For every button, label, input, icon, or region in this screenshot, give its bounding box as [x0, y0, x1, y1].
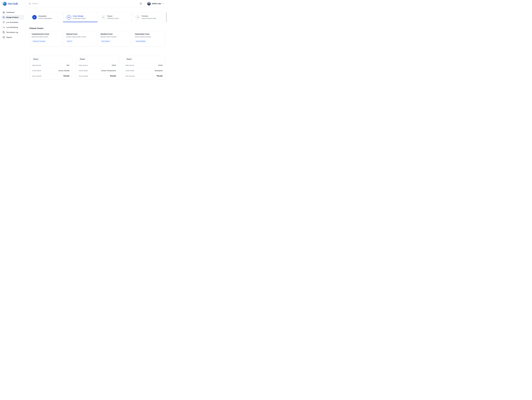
phase-card-1: Phase1 Data Source IMD Cover Name Excess… — [29, 56, 72, 80]
row-label: Data Source — [79, 64, 88, 66]
sidebar-item-label: Reports — [6, 36, 12, 38]
step-geography[interactable]: Geography Define Geographies — [30, 12, 62, 22]
home-icon — [3, 11, 5, 13]
row-value: ₹20,000 — [63, 75, 69, 77]
phase-row-data-source: Data Source ERA5 — [79, 63, 116, 68]
sidebar-item-label: Termsheets Log — [6, 31, 18, 33]
sidebar-item-loss-monitoring[interactable]: Loss Monitoring — [1, 25, 24, 30]
phase-row-cover-name: Cover Name Excess Rainfall — [32, 68, 69, 73]
sidebar-item-reports[interactable]: Reports — [1, 35, 24, 40]
phase-header: Phase1 — [30, 56, 72, 63]
phase-row-sum-insured: Sum Insured ₹40,000 — [79, 73, 116, 79]
phase-row-sum-insured: Sum Insured ₹50,000 — [126, 73, 163, 79]
design-icon — [3, 16, 5, 19]
row-label: Data Source — [32, 64, 41, 66]
cover-cards-row: Comprehensive Cover Multi Peril Index Co… — [29, 31, 165, 47]
cover-title: Standard Cover — [101, 33, 128, 35]
search-input[interactable] — [32, 3, 66, 5]
cover-card-comprehensive[interactable]: Comprehensive Cover Multi Peril Index Co… — [29, 31, 62, 47]
step-separator-icon — [97, 12, 98, 22]
brand-name: inrisk — [8, 2, 18, 6]
cover-card-standard[interactable]: Standard Cover Standar Index Products Mo… — [98, 31, 131, 47]
step-premium[interactable]: 04 Premium Gross Premium Rate — [133, 12, 165, 22]
phase-badge: Phase3 — [125, 57, 133, 61]
row-label: Sum Insured — [126, 75, 134, 77]
step-cover-design[interactable]: 02 Cover Design Customise Product — [64, 12, 97, 22]
step-title: Payout — [107, 15, 119, 17]
phase-badge: Phase2 — [79, 57, 86, 61]
row-value: Excess Rainfall — [58, 70, 69, 71]
cover-subtitle: Standar Index Products — [101, 36, 128, 38]
sidebar-item-label: Design Product — [6, 16, 19, 18]
cover-badge: Most Affordable — [135, 40, 147, 43]
step-title: Premium — [142, 15, 156, 17]
row-value: ₹50,000 — [157, 75, 163, 77]
cover-badge: Maximum Coverage — [32, 40, 46, 43]
search-icon — [29, 3, 31, 5]
phase-row-data-source: Data Source ERA5 — [126, 63, 163, 68]
documents-icon — [3, 31, 5, 33]
row-label: Sum Insured — [32, 75, 41, 77]
cover-badge: Best Fit — [66, 40, 73, 43]
step-payout[interactable]: 03 Payout Historical Losses — [98, 12, 131, 22]
main-area: InRisk Labs Geography Define Geographies — [25, 0, 167, 86]
phase-rows: Data Source ERA5 Cover Name Surface Temp… — [76, 63, 119, 79]
row-value: Windspeed — [155, 70, 163, 71]
account-menu[interactable]: InRisk Labs — [147, 2, 164, 6]
sidebar-item-termsheets-log[interactable]: Termsheets Log — [1, 30, 24, 35]
phase-card-3: Phase3 Data Source ERA5 Cover Name Winds… — [123, 56, 165, 80]
row-label: Cover Name — [79, 70, 88, 71]
step-separator-icon — [131, 12, 133, 22]
cover-card-tailored[interactable]: Tailored Cover Custom Payout Index Cover… — [64, 31, 96, 47]
cover-card-catastrophe[interactable]: Catastrophe Cover Covers Extreme Events … — [133, 31, 165, 47]
phase-header: Phase2 — [76, 56, 119, 63]
cover-badge: Most Popular — [101, 40, 111, 43]
content-area: Choose Covers Comprehensive Cover Multi … — [25, 27, 167, 80]
pie-chart-icon — [3, 36, 5, 38]
row-value: ERA5 — [158, 64, 163, 66]
cover-subtitle: Covers Extreme Events — [135, 36, 163, 38]
refresh-icon — [3, 21, 5, 23]
phase-header: Phase3 — [123, 56, 165, 63]
sidebar-item-design-product[interactable]: Design Product — [1, 15, 24, 20]
step-complete-circle — [32, 15, 37, 19]
sidebar-item-dashboard[interactable]: Dashboard — [1, 10, 24, 15]
sidebar-item-label: Dashboard — [6, 11, 14, 13]
phase-badge: Phase1 — [32, 57, 40, 61]
phase-rows: Data Source ERA5 Cover Name Windspeed Su… — [123, 63, 165, 79]
account-name: InRisk Labs — [152, 3, 161, 5]
row-value: Surface Temperature — [101, 70, 116, 71]
check-icon — [33, 16, 36, 18]
chevron-down-icon — [162, 3, 164, 5]
step-number-circle: 04 — [136, 15, 140, 19]
step-subtitle: Customise Product — [73, 18, 86, 19]
phase-row-cover-name: Cover Name Windspeed — [126, 68, 163, 73]
phase-cards-row: Phase1 Data Source IMD Cover Name Excess… — [29, 56, 165, 80]
step-number-circle: 02 — [67, 15, 71, 19]
sidebar-item-live-termsheets[interactable]: Live Termsheets — [1, 20, 24, 25]
step-separator-icon — [62, 12, 64, 22]
step-subtitle: Gross Premium Rate — [142, 18, 156, 19]
scrollbar-thumb[interactable] — [166, 12, 167, 22]
step-number-circle: 03 — [101, 15, 106, 19]
brand-logo[interactable]: inrisk — [0, 0, 25, 6]
topbar: InRisk Labs — [25, 0, 167, 7]
app-window: inrisk Dashboard Design Product Live Ter… — [0, 0, 167, 86]
wizard-stepper: Geography Define Geographies 02 Cover De… — [29, 12, 165, 22]
trend-down-icon — [3, 26, 5, 28]
choose-covers-heading: Choose Covers — [29, 27, 165, 30]
cover-subtitle: Custom Payout Index Covers — [66, 36, 94, 38]
bell-icon[interactable] — [140, 2, 142, 5]
row-value: IMD — [66, 64, 70, 66]
step-title: Cover Design — [73, 15, 86, 17]
sidebar: inrisk Dashboard Design Product Live Ter… — [0, 0, 25, 86]
sidebar-item-label: Live Termsheets — [6, 21, 18, 23]
avatar — [147, 2, 151, 6]
step-subtitle: Historical Losses — [107, 18, 119, 19]
cover-title: Catastrophe Cover — [135, 33, 163, 35]
row-label: Cover Name — [126, 70, 134, 71]
sidebar-item-label: Loss Monitoring — [6, 26, 18, 28]
phase-row-data-source: Data Source IMD — [32, 63, 69, 68]
cover-title: Tailored Cover — [66, 33, 94, 35]
phase-rows: Data Source IMD Cover Name Excess Rainfa… — [30, 63, 72, 79]
